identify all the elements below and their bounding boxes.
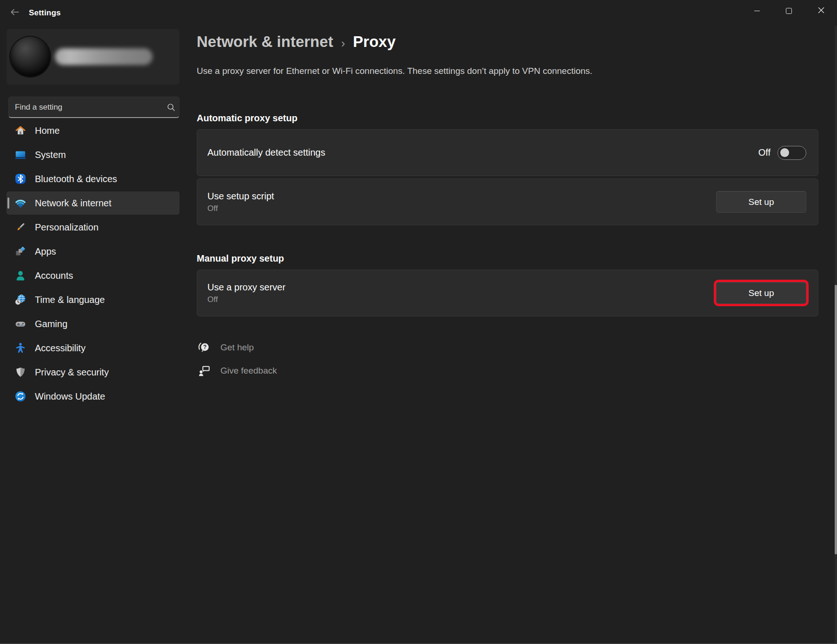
user-name-redacted [55, 48, 153, 65]
card-automatically-detect-settings: Automatically detect settings Off [197, 129, 818, 176]
sidebar-item-label: Home [35, 125, 60, 136]
get-help-link[interactable]: ? Get help [197, 341, 254, 355]
main-content: Network & internet › Proxy Use a proxy s… [197, 0, 818, 618]
feedback-icon [197, 364, 212, 378]
bluetooth-icon [13, 173, 27, 185]
breadcrumb-parent[interactable]: Network & internet [197, 33, 333, 51]
back-arrow-icon [10, 7, 20, 19]
search-input[interactable] [9, 103, 163, 112]
network-wifi-icon [13, 197, 27, 209]
window-title: Settings [29, 8, 61, 18]
setting-label: Use a proxy server [207, 282, 716, 293]
avatar [10, 37, 50, 77]
close-icon [818, 7, 824, 15]
home-icon [13, 125, 27, 137]
setting-label: Automatically detect settings [207, 147, 758, 158]
section-title-manual-proxy: Manual proxy setup [197, 253, 284, 264]
sidebar-nav: Home System Bluetooth & devices [7, 119, 179, 409]
apps-icon [13, 245, 27, 257]
selected-indicator [7, 197, 9, 209]
sidebar-item-bluetooth[interactable]: Bluetooth & devices [7, 167, 179, 191]
give-feedback-label: Give feedback [220, 366, 277, 376]
settings-window: Settings Home [0, 0, 837, 644]
sidebar-item-network-internet[interactable]: Network & internet [7, 191, 179, 215]
sidebar-item-system[interactable]: System [7, 143, 179, 166]
sidebar-item-accounts[interactable]: Accounts [7, 264, 179, 287]
back-button[interactable] [7, 6, 23, 20]
detect-settings-toggle[interactable] [777, 146, 806, 160]
sidebar-item-gaming[interactable]: Gaming [7, 312, 179, 335]
sidebar-item-label: Gaming [35, 319, 67, 329]
page-description: Use a proxy server for Ethernet or Wi-Fi… [197, 66, 592, 76]
sidebar-item-privacy-security[interactable]: Privacy & security [7, 361, 179, 384]
windows-update-icon [13, 390, 27, 402]
setting-status: Off [207, 204, 716, 213]
toggle-knob [780, 148, 789, 157]
setup-script-setup-button[interactable]: Set up [716, 191, 806, 213]
sidebar-item-label: Apps [35, 246, 56, 257]
breadcrumb: Network & internet › Proxy [197, 33, 396, 51]
help-icon: ? [197, 341, 212, 355]
give-feedback-link[interactable]: Give feedback [197, 364, 277, 378]
sidebar-item-label: System [35, 150, 66, 160]
setting-label: Use setup script [207, 191, 716, 202]
setting-text: Use a proxy server Off [207, 282, 716, 304]
accounts-icon [13, 269, 27, 282]
sidebar-item-label: Personalization [35, 222, 99, 233]
scrollbar-thumb[interactable] [835, 285, 837, 554]
sidebar-item-label: Privacy & security [35, 367, 109, 378]
system-icon [13, 149, 27, 161]
toggle-state-label: Off [758, 147, 771, 158]
setting-text: Use setup script Off [207, 191, 716, 213]
card-use-setup-script: Use setup script Off Set up [197, 178, 818, 225]
svg-text:?: ? [203, 344, 206, 350]
sidebar-item-label: Bluetooth & devices [35, 174, 117, 184]
proxy-server-setup-button-highlighted[interactable]: Set up [716, 282, 806, 304]
page-title: Proxy [353, 33, 396, 51]
sidebar-item-accessibility[interactable]: Accessibility [7, 336, 179, 360]
card-use-a-proxy-server: Use a proxy server Off Set up [197, 269, 818, 316]
sidebar-item-label: Accessibility [35, 343, 86, 354]
sidebar-item-time-language[interactable]: Time & language [7, 288, 179, 311]
personalization-brush-icon [13, 221, 27, 233]
sidebar-item-apps[interactable]: Apps [7, 240, 179, 263]
sidebar-item-windows-update[interactable]: Windows Update [7, 385, 179, 408]
sidebar-item-label: Time & language [35, 295, 105, 305]
sidebar-item-home[interactable]: Home [7, 119, 179, 142]
sidebar-item-label: Accounts [35, 270, 73, 281]
time-language-icon [13, 294, 27, 306]
chevron-right-icon: › [341, 36, 345, 51]
search-box [8, 97, 179, 118]
sidebar-item-label: Network & internet [35, 198, 112, 209]
search-icon [163, 102, 179, 112]
toggle-group: Off [758, 146, 806, 160]
sidebar-item-label: Windows Update [35, 391, 105, 402]
section-title-automatic-proxy: Automatic proxy setup [197, 113, 298, 124]
accessibility-person-icon [13, 342, 27, 354]
setting-status: Off [207, 295, 716, 304]
gaming-gamepad-icon [13, 318, 27, 330]
get-help-label: Get help [220, 342, 254, 353]
privacy-shield-icon [13, 366, 27, 378]
sidebar-item-personalization[interactable]: Personalization [7, 216, 179, 239]
